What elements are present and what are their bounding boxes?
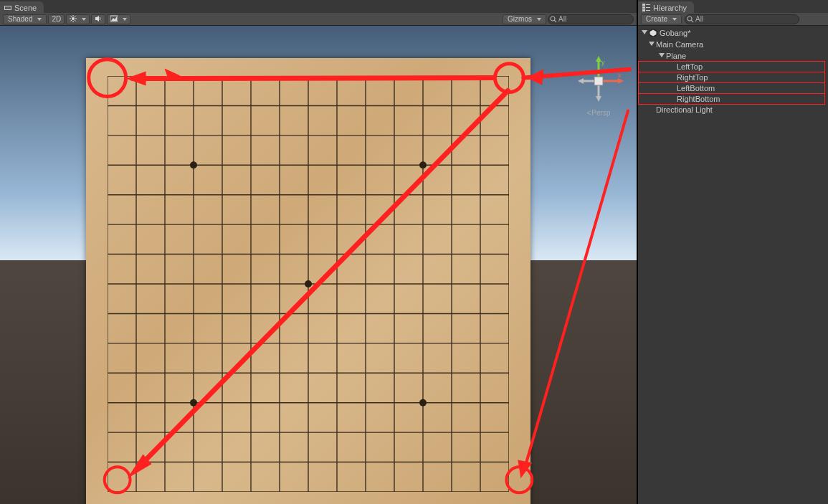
scene-icon bbox=[4, 4, 11, 11]
view-2d-label: 2D bbox=[52, 15, 61, 23]
tree-item-label: Main Camera bbox=[656, 40, 703, 49]
scene-toolbar: Shaded 2D Gizmos All bbox=[0, 13, 637, 26]
hierarchy-search-placeholder: All bbox=[695, 15, 703, 23]
axis-x-label: x bbox=[618, 72, 622, 79]
lighting-toggle[interactable] bbox=[66, 14, 90, 24]
scene-search-input[interactable]: All bbox=[548, 14, 634, 24]
tree-item[interactable]: LeftTop bbox=[638, 61, 825, 72]
svg-rect-1 bbox=[5, 6, 11, 9]
tree-item[interactable]: Main Camera bbox=[638, 39, 828, 50]
tree-item[interactable]: Directional Light bbox=[638, 104, 828, 115]
scene-panel: Scene Shaded 2D Gizmos bbox=[0, 0, 638, 504]
svg-rect-76 bbox=[646, 4, 650, 5]
svg-line-9 bbox=[71, 20, 72, 22]
svg-point-49 bbox=[190, 399, 197, 406]
tree-item-label: RightBottom bbox=[677, 95, 720, 103]
svg-point-50 bbox=[419, 399, 427, 406]
hierarchy-panel: Hierarchy Create All Gobang*Main CameraP… bbox=[638, 0, 828, 504]
scene-viewport[interactable]: y x <Persp bbox=[0, 26, 637, 504]
svg-marker-84 bbox=[649, 42, 655, 46]
svg-line-8 bbox=[75, 20, 76, 22]
axis-gizmo[interactable]: y x <Persp bbox=[574, 56, 624, 128]
scene-tab-label: Scene bbox=[14, 4, 37, 12]
svg-rect-73 bbox=[642, 4, 645, 6]
tree-item[interactable]: LeftBottom bbox=[638, 82, 825, 94]
speaker-icon bbox=[95, 15, 102, 24]
audio-toggle[interactable] bbox=[91, 14, 105, 24]
search-icon bbox=[687, 16, 694, 24]
foldout-icon[interactable] bbox=[648, 41, 655, 48]
tree-item-label: LeftBottom bbox=[677, 84, 715, 92]
svg-point-47 bbox=[419, 161, 427, 168]
tree-item-label: RightTop bbox=[677, 73, 708, 82]
foldout-icon[interactable] bbox=[669, 85, 676, 92]
svg-point-48 bbox=[305, 280, 312, 287]
hierarchy-tree: Gobang*Main CameraPlaneLeftTopRightTopLe… bbox=[638, 26, 828, 504]
gobang-board bbox=[86, 58, 530, 504]
gizmos-label: Gizmos bbox=[508, 15, 532, 23]
svg-marker-13 bbox=[111, 16, 117, 21]
hierarchy-tab-label: Hierarchy bbox=[653, 4, 687, 12]
shading-mode-label: Shaded bbox=[8, 15, 32, 23]
hierarchy-toolbar: Create All bbox=[638, 13, 828, 26]
tree-item-label: Plane bbox=[666, 52, 686, 60]
svg-marker-54 bbox=[618, 78, 624, 84]
gizmos-dropdown[interactable]: Gizmos bbox=[503, 14, 546, 24]
hierarchy-tab[interactable]: Hierarchy bbox=[638, 1, 694, 13]
perspective-label[interactable]: <Persp bbox=[574, 109, 624, 117]
tree-item[interactable]: Gobang* bbox=[638, 27, 828, 39]
foldout-icon[interactable] bbox=[669, 63, 676, 70]
svg-point-14 bbox=[551, 16, 555, 21]
hierarchy-tab-row: Hierarchy bbox=[638, 0, 828, 13]
svg-rect-77 bbox=[646, 7, 650, 8]
hierarchy-search-input[interactable]: All bbox=[685, 14, 799, 24]
tree-item-label: LeftTop bbox=[677, 62, 703, 71]
fx-dropdown[interactable] bbox=[107, 14, 130, 24]
svg-line-80 bbox=[691, 20, 693, 22]
foldout-icon[interactable] bbox=[658, 52, 665, 60]
tree-item[interactable]: Plane bbox=[638, 50, 828, 62]
shading-mode-dropdown[interactable]: Shaded bbox=[3, 14, 47, 24]
tree-item[interactable]: RightBottom bbox=[638, 93, 825, 105]
search-icon bbox=[550, 16, 557, 24]
create-dropdown[interactable]: Create bbox=[641, 14, 682, 24]
svg-line-10 bbox=[75, 16, 76, 17]
foldout-icon[interactable] bbox=[648, 106, 655, 113]
foldout-icon[interactable] bbox=[669, 95, 676, 103]
svg-line-7 bbox=[71, 16, 72, 17]
svg-rect-74 bbox=[642, 6, 645, 9]
svg-marker-56 bbox=[578, 78, 584, 84]
scene-tab[interactable]: Scene bbox=[0, 1, 44, 13]
svg-line-15 bbox=[554, 20, 556, 22]
tree-item-label: Gobang* bbox=[660, 29, 690, 37]
scene-tab-row: Scene bbox=[0, 0, 637, 13]
svg-point-2 bbox=[72, 17, 75, 20]
svg-marker-81 bbox=[642, 30, 647, 34]
tree-item-label: Directional Light bbox=[656, 105, 713, 114]
svg-rect-59 bbox=[594, 77, 603, 85]
board-grid bbox=[108, 76, 509, 492]
foldout-icon[interactable] bbox=[669, 74, 676, 81]
sun-icon bbox=[70, 15, 77, 24]
svg-marker-58 bbox=[596, 96, 601, 102]
svg-rect-75 bbox=[642, 9, 645, 11]
svg-point-46 bbox=[190, 161, 197, 168]
svg-marker-52 bbox=[596, 56, 601, 62]
hierarchy-icon bbox=[642, 4, 650, 13]
unity-logo-icon bbox=[649, 29, 657, 37]
view-2d-button[interactable]: 2D bbox=[48, 14, 65, 24]
scene-search-placeholder: All bbox=[558, 15, 566, 23]
svg-marker-85 bbox=[659, 53, 665, 57]
svg-rect-78 bbox=[646, 10, 650, 11]
svg-marker-11 bbox=[95, 16, 99, 22]
image-icon bbox=[110, 15, 118, 24]
tree-item[interactable]: RightTop bbox=[638, 72, 825, 83]
svg-point-79 bbox=[687, 16, 692, 21]
foldout-icon[interactable] bbox=[641, 29, 648, 37]
create-label: Create bbox=[646, 15, 667, 23]
axis-y-label: y bbox=[601, 59, 605, 66]
